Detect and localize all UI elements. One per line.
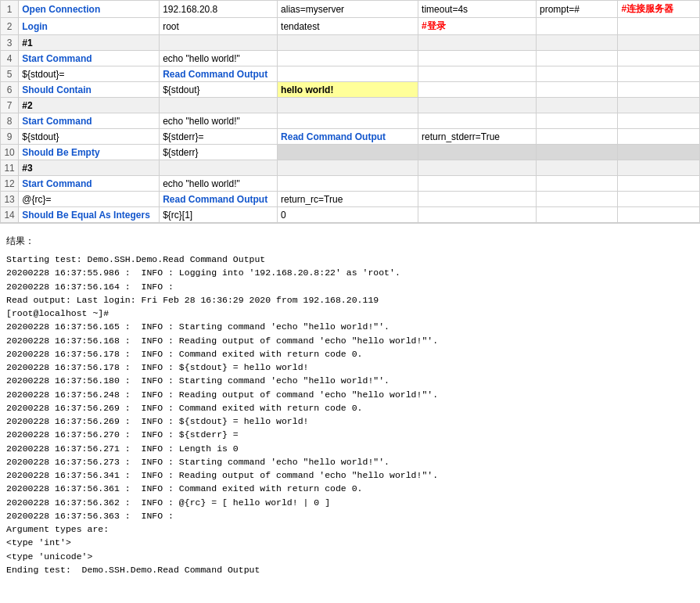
table-row: 8Start Commandecho "hello world!" bbox=[1, 113, 700, 129]
table-row: 12Start Commandecho "hello world!" bbox=[1, 176, 700, 192]
col1-cell: ${stdout} bbox=[19, 129, 160, 145]
col5-cell bbox=[536, 113, 617, 129]
col3-cell: return_rc=True bbox=[278, 192, 418, 207]
col1-cell-link[interactable]: Should Be Equal As Integers bbox=[22, 210, 150, 221]
row-number: 4 bbox=[1, 51, 19, 66]
col3-cell bbox=[278, 98, 418, 113]
log-output: Starting test: Demo.SSH.Demo.Read Comman… bbox=[6, 251, 694, 578]
col1-cell[interactable]: Start Command bbox=[19, 113, 160, 129]
col4-cell bbox=[418, 113, 537, 129]
col5-cell: prompt=# bbox=[536, 1, 617, 18]
table-row: 2Loginroottendatest#登录 bbox=[1, 18, 700, 35]
col2-cell bbox=[160, 35, 278, 51]
col3-cell bbox=[278, 113, 418, 129]
row-number: 5 bbox=[1, 66, 19, 82]
col1-cell[interactable]: Start Command bbox=[19, 51, 160, 66]
col5-cell bbox=[536, 66, 617, 82]
col5-cell bbox=[536, 145, 617, 160]
col5-cell bbox=[536, 176, 617, 192]
col1-cell: ${stdout}= bbox=[19, 66, 160, 82]
col5-cell bbox=[536, 82, 617, 98]
col3-cell: tendatest bbox=[278, 18, 418, 35]
col1-cell: @{rc}= bbox=[19, 192, 160, 207]
table-row: 7#2 bbox=[1, 98, 700, 113]
col2-cell: echo "hello world!" bbox=[160, 176, 278, 192]
table-row: 1Open Connection192.168.20.8alias=myserv… bbox=[1, 1, 700, 18]
col1-cell[interactable]: Should Be Equal As Integers bbox=[19, 207, 160, 223]
row-number: 9 bbox=[1, 129, 19, 145]
col1-cell[interactable]: Login bbox=[19, 18, 160, 35]
result-label: 结果： bbox=[6, 235, 694, 248]
col1-cell: #2 bbox=[19, 98, 160, 113]
col2-cell[interactable]: Read Command Output bbox=[160, 192, 278, 207]
table-row: 14Should Be Equal As Integers${rc}[1]0 bbox=[1, 207, 700, 223]
row-number: 14 bbox=[1, 207, 19, 223]
col2-cell: ${stderr}= bbox=[160, 129, 278, 145]
row-number: 12 bbox=[1, 176, 19, 192]
col3-cell bbox=[278, 51, 418, 66]
col3-cell bbox=[278, 66, 418, 82]
col1-cell-link[interactable]: Should Be Empty bbox=[22, 147, 99, 158]
table-row: 3#1 bbox=[1, 35, 700, 51]
col4-cell bbox=[418, 35, 537, 51]
col5-cell bbox=[536, 129, 617, 145]
table-row: 9${stdout}${stderr}=Read Command Outputr… bbox=[1, 129, 700, 145]
col3-cell[interactable]: Read Command Output bbox=[278, 129, 418, 145]
col1-cell-link[interactable]: Open Connection bbox=[22, 4, 100, 15]
col3-cell bbox=[278, 145, 418, 160]
col3-cell: alias=myserver bbox=[278, 1, 418, 18]
row-number: 6 bbox=[1, 82, 19, 98]
col2-cell-link[interactable]: Read Command Output bbox=[163, 69, 267, 80]
col4-cell bbox=[418, 82, 537, 98]
col3-cell-link[interactable]: Read Command Output bbox=[281, 131, 386, 142]
col4-cell bbox=[418, 98, 537, 113]
col1-cell[interactable]: Should Be Empty bbox=[19, 145, 160, 160]
col2-cell bbox=[160, 160, 278, 176]
col3-cell: 0 bbox=[278, 207, 418, 223]
col1-cell: #3 bbox=[19, 160, 160, 176]
col1-cell-link[interactable]: Login bbox=[22, 21, 48, 32]
col4-cell bbox=[418, 176, 537, 192]
col5-cell bbox=[536, 18, 617, 35]
table-row: 10Should Be Empty${stderr} bbox=[1, 145, 700, 160]
table-row: 11#3 bbox=[1, 160, 700, 176]
col1-cell[interactable]: Start Command bbox=[19, 176, 160, 192]
col6-cell bbox=[618, 66, 700, 82]
row-number: 8 bbox=[1, 113, 19, 129]
main-container: 1Open Connection192.168.20.8alias=myserv… bbox=[0, 0, 700, 583]
col6-cell bbox=[618, 35, 700, 51]
col2-cell: ${rc}[1] bbox=[160, 207, 278, 223]
col6-cell bbox=[618, 176, 700, 192]
col5-cell bbox=[536, 51, 617, 66]
col1-cell: #1 bbox=[19, 35, 160, 51]
col3-cell bbox=[278, 176, 418, 192]
col1-cell[interactable]: Open Connection bbox=[19, 1, 160, 18]
col5-cell bbox=[536, 160, 617, 176]
table-row: 13@{rc}=Read Command Outputreturn_rc=Tru… bbox=[1, 192, 700, 207]
table-row: 4Start Commandecho "hello world!" bbox=[1, 51, 700, 66]
col4-cell bbox=[418, 51, 537, 66]
col6-cell bbox=[618, 98, 700, 113]
row-number: 2 bbox=[1, 18, 19, 35]
col6-cell bbox=[618, 18, 700, 35]
col6-cell bbox=[618, 51, 700, 66]
col2-cell: echo "hello world!" bbox=[160, 113, 278, 129]
col2-cell: ${stdout} bbox=[160, 82, 278, 98]
col1-cell[interactable]: Should Contain bbox=[19, 82, 160, 98]
col6-cell bbox=[618, 207, 700, 223]
table-container: 1Open Connection192.168.20.8alias=myserv… bbox=[0, 0, 700, 224]
col3-cell: hello world! bbox=[278, 82, 418, 98]
col4-cell: return_stderr=True bbox=[418, 129, 537, 145]
col6-cell: #连接服务器 bbox=[618, 1, 700, 18]
col1-cell-link[interactable]: Start Command bbox=[22, 53, 92, 64]
col4-cell bbox=[418, 207, 537, 223]
row-number: 13 bbox=[1, 192, 19, 207]
col2-cell: ${stderr} bbox=[160, 145, 278, 160]
col1-cell-link[interactable]: Start Command bbox=[22, 116, 92, 127]
col2-cell[interactable]: Read Command Output bbox=[160, 66, 278, 82]
col1-cell-link[interactable]: Should Contain bbox=[22, 84, 92, 95]
col1-cell-link[interactable]: Start Command bbox=[22, 178, 92, 189]
col2-cell-link[interactable]: Read Command Output bbox=[163, 194, 267, 205]
col6-cell bbox=[618, 82, 700, 98]
col4-cell bbox=[418, 66, 537, 82]
